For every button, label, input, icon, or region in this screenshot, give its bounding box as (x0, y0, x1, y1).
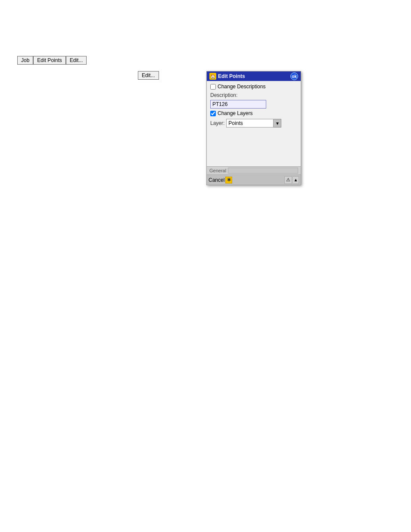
change-layers-checkbox[interactable] (210, 111, 216, 116)
change-layers-row: Change Layers (210, 110, 297, 116)
standalone-edit-button[interactable]: Edit... (138, 71, 159, 80)
change-layers-label: Change Layers (218, 110, 252, 116)
breadcrumb-edit-points-button[interactable]: Edit Points (33, 56, 65, 65)
description-label: Description: (210, 92, 297, 98)
general-label: General (209, 168, 226, 173)
general-field (228, 168, 298, 174)
dialog-body: Change Descriptions Description: Change … (207, 81, 301, 166)
change-descriptions-checkbox[interactable] (210, 84, 216, 90)
change-descriptions-row: Change Descriptions (210, 84, 297, 90)
cancel-button[interactable]: Cancel ✱ (209, 177, 232, 184)
edit-points-dialog: 🏠 Edit Points ok Change Descriptions Des… (206, 71, 301, 185)
breadcrumb: Job Edit Points Edit... (17, 56, 87, 65)
layer-select-wrapper: Points ▼ (226, 119, 281, 128)
cancel-label: Cancel (209, 177, 224, 183)
breadcrumb-job-button[interactable]: Job (17, 56, 33, 65)
dialog-spacer (210, 129, 297, 164)
footer-right: ⚠ ▲ (284, 176, 299, 184)
dialog-titlebar: 🏠 Edit Points ok (207, 72, 301, 81)
breadcrumb-edit-button[interactable]: Edit... (66, 56, 87, 65)
layer-select[interactable]: Points (226, 119, 274, 128)
footer-arrow-btn[interactable]: ▲ (293, 176, 299, 184)
ok-button[interactable]: ok (290, 72, 298, 80)
dialog-footer: Cancel ✱ ⚠ ▲ (207, 174, 301, 185)
cancel-star-icon: ✱ (225, 177, 232, 184)
dialog-title-left: 🏠 Edit Points (209, 73, 245, 80)
footer-warning-icon[interactable]: ⚠ (284, 176, 292, 184)
change-descriptions-label: Change Descriptions (218, 84, 265, 90)
layer-row: Layer: Points ▼ (210, 119, 297, 128)
layer-label: Layer: (210, 120, 224, 126)
dialog-title: Edit Points (218, 73, 245, 79)
general-bar: General (207, 166, 301, 174)
layer-dropdown-arrow[interactable]: ▼ (274, 119, 281, 128)
dialog-app-icon: 🏠 (209, 73, 216, 80)
description-input[interactable] (210, 100, 266, 109)
